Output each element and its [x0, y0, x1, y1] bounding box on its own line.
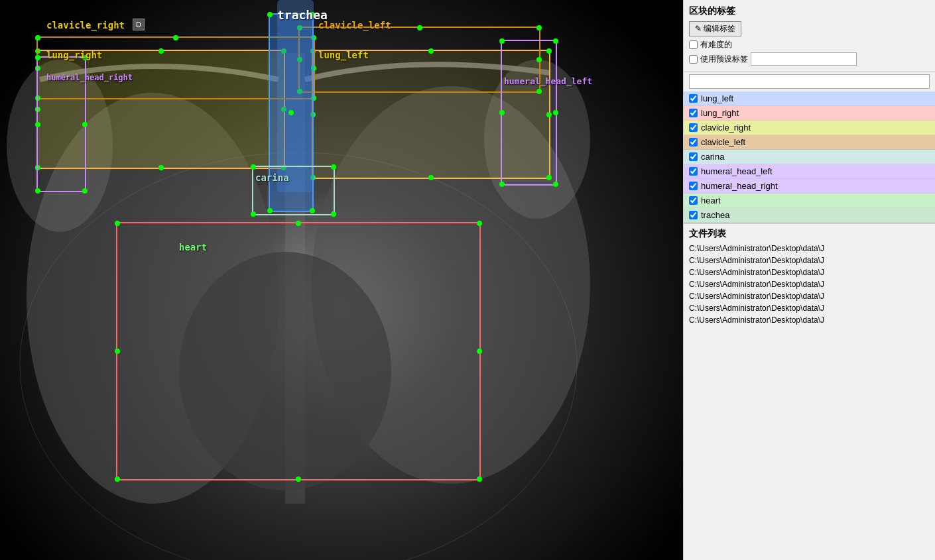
label-text-trachea: trachea — [701, 210, 930, 220]
label-text-lung_right: lung_right — [701, 108, 930, 118]
block-labels-title: 区块的标签 — [689, 5, 930, 17]
d-badge: D — [133, 19, 145, 30]
label-item-humeral_head_left: humeral_head_left — [684, 164, 935, 179]
file-item-6[interactable]: C:\Users\Administrator\Desktop\data\J — [689, 314, 930, 326]
label-checkbox-humeral_head_right[interactable] — [689, 182, 698, 190]
label-checkbox-clavicle_right[interactable] — [689, 123, 698, 132]
file-item-3[interactable]: C:\Users\Administrator\Desktop\data\J — [689, 278, 930, 290]
label-text-clavicle_right: clavicle_right — [701, 123, 930, 133]
label-checkbox-humeral_head_left[interactable] — [689, 167, 698, 176]
label-humeral-left: humeral_head_left — [504, 76, 592, 86]
file-item-0[interactable]: C:\Users\Administrator\Desktop\data\J — [689, 243, 930, 254]
label-item-lung_left: lung_left — [684, 91, 935, 106]
label-carina: carina — [255, 172, 289, 183]
label-text-clavicle_left: clavicle_left — [701, 137, 930, 147]
label-item-clavicle_right: clavicle_right — [684, 121, 935, 135]
label-item-clavicle_left: clavicle_left — [684, 135, 935, 150]
file-item-2[interactable]: C:\Users\Administrator\Desktop\data\J — [689, 266, 930, 278]
preset-input[interactable] — [751, 52, 857, 66]
use-preset-checkbox[interactable] — [689, 55, 698, 64]
label-text-lung_left: lung_left — [701, 93, 930, 103]
label-item-humeral_head_right: humeral_head_right — [684, 179, 935, 194]
edit-label-button[interactable]: ✎ 编辑标签 — [689, 21, 741, 36]
label-checkbox-clavicle_left[interactable] — [689, 138, 698, 146]
label-checkbox-lung_right[interactable] — [689, 109, 698, 117]
labels-list: lung_leftlung_rightclavicle_rightclavicl… — [684, 91, 935, 223]
block-labels-section: 区块的标签 ✎ 编辑标签 有难度的 使用预设标签 — [684, 0, 935, 72]
label-lung-left: lung_left — [318, 50, 369, 60]
file-item-5[interactable]: C:\Users\Administrator\Desktop\data\J — [689, 302, 930, 314]
right-panel: 区块的标签 ✎ 编辑标签 有难度的 使用预设标签 lung_leftlung_r… — [683, 0, 935, 560]
label-text-humeral_head_left: humeral_head_left — [701, 166, 930, 176]
has-difficulty-checkbox[interactable] — [689, 40, 698, 49]
files-section-title: 文件列表 — [689, 228, 930, 240]
file-item-1[interactable]: C:\Users\Administrator\Desktop\data\J — [689, 254, 930, 266]
label-item-trachea: trachea — [684, 208, 935, 223]
has-difficulty-label: 有难度的 — [700, 39, 732, 50]
label-humeral-right: humeral_head_right — [46, 73, 133, 82]
file-item-4[interactable]: C:\Users\Administrator\Desktop\data\J — [689, 290, 930, 302]
label-item-heart: heart — [684, 194, 935, 208]
label-checkbox-lung_left[interactable] — [689, 94, 698, 103]
label-text-carina: carina — [701, 152, 930, 162]
label-heart: heart — [179, 242, 207, 252]
use-preset-label: 使用预设标签 — [700, 54, 748, 65]
label-checkbox-heart[interactable] — [689, 196, 698, 205]
label-search-input[interactable] — [689, 74, 930, 89]
label-text-humeral_head_right: humeral_head_right — [701, 181, 930, 191]
label-checkbox-trachea[interactable] — [689, 211, 698, 219]
label-lung-right: lung_right — [46, 50, 102, 60]
files-section: 文件列表 C:\Users\Administrator\Desktop\data… — [684, 223, 935, 329]
files-list: C:\Users\Administrator\Desktop\data\JC:\… — [689, 243, 930, 326]
image-canvas[interactable]: D — [0, 0, 683, 560]
label-item-carina: carina — [684, 150, 935, 164]
label-checkbox-carina[interactable] — [689, 152, 698, 161]
label-text-heart: heart — [701, 196, 930, 205]
label-clavicle-right: clavicle_right — [46, 20, 125, 30]
label-clavicle-left: clavicle_left — [318, 20, 391, 30]
label-item-lung_right: lung_right — [684, 106, 935, 121]
